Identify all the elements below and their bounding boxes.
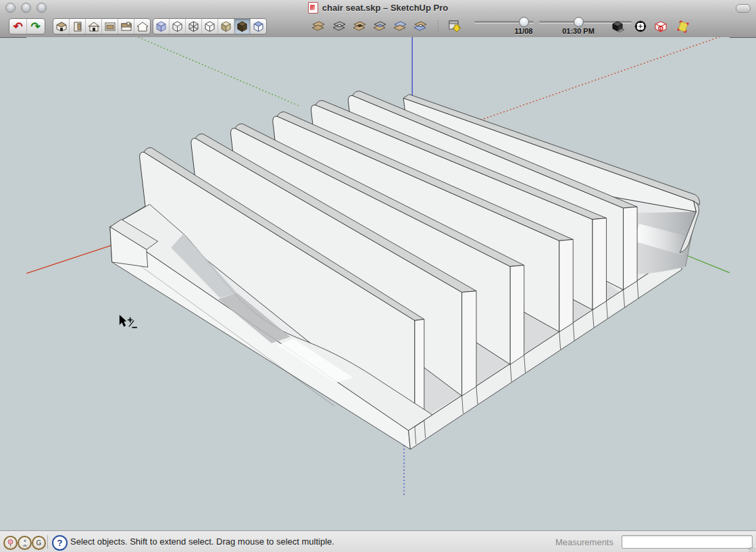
measurements-label: Measurements (555, 537, 613, 547)
face-style-group (153, 18, 267, 34)
house-outline-icon (136, 22, 149, 32)
shadow-settings-icon (447, 20, 462, 33)
door-panel-icon (72, 22, 84, 32)
window-title: chair seat.skp – SketchUp Pro (322, 3, 448, 13)
date-slider-label: 11/08 (497, 27, 551, 35)
redo-button[interactable]: ↷ (27, 19, 44, 34)
wireframe-cube-icon (188, 21, 199, 32)
time-slider-label: 01:30 PM (551, 27, 605, 35)
toolbar-separator (438, 20, 438, 32)
union-icon (352, 20, 367, 32)
face-style-shaded-button[interactable] (218, 19, 234, 34)
toggle-shadows-button[interactable] (611, 20, 626, 33)
title-bar[interactable]: chair seat.skp – SketchUp Pro (0, 0, 756, 16)
xray-cube-icon (155, 21, 167, 32)
section-plane-button[interactable] (675, 20, 690, 33)
hidden-line-cube-icon (204, 21, 216, 32)
view-front-button[interactable] (86, 19, 102, 34)
shadow-settings-button[interactable] (447, 20, 462, 33)
subtract-icon (372, 20, 387, 32)
display-section-cuts-button[interactable] (654, 20, 669, 33)
intersect-button[interactable] (332, 20, 347, 33)
date-slider-knob[interactable] (519, 17, 529, 27)
person-icon (22, 539, 28, 547)
geolocation-button[interactable] (3, 536, 18, 550)
roof-plan-icon (120, 22, 132, 32)
undo-button[interactable]: ↶ (9, 19, 27, 34)
document-proxy-icon[interactable] (308, 2, 318, 14)
undo-icon: ↶ (13, 21, 22, 32)
intersect-icon (332, 20, 347, 32)
section-cube-icon (655, 20, 668, 33)
plan-view-icon (104, 22, 116, 32)
textured-cube-icon (236, 21, 248, 32)
help-instructor-button[interactable]: ? (52, 535, 68, 551)
union-button[interactable] (352, 20, 367, 33)
face-style-textured-button[interactable] (234, 19, 251, 34)
back-edges-cube-icon (172, 21, 183, 32)
trim-button[interactable] (393, 20, 407, 33)
view-top-button[interactable] (70, 19, 86, 34)
redo-icon: ↷ (30, 21, 40, 32)
face-style-xray-button[interactable] (153, 19, 170, 34)
modeling-viewport[interactable] (0, 37, 756, 530)
resize-grip[interactable] (749, 547, 755, 552)
compass-arrows-icon (634, 20, 647, 33)
subtract-button[interactable] (372, 20, 387, 33)
position-camera-button[interactable] (633, 20, 648, 33)
history-group: ↶ ↷ (9, 18, 45, 34)
face-style-hidden-line-button[interactable] (202, 19, 218, 34)
shaded-cube-icon (220, 21, 232, 32)
view-back-button[interactable] (118, 19, 134, 34)
view-left-button[interactable] (134, 19, 150, 34)
face-style-back-edges-button[interactable] (170, 19, 186, 34)
view-iso-button[interactable] (53, 19, 70, 34)
zoom-button[interactable] (36, 3, 47, 13)
dark-cube-icon (611, 20, 625, 33)
house-front-icon (88, 22, 100, 32)
measurements-input[interactable] (622, 535, 753, 549)
status-bar: G ? Select objects. Shift to extend sele… (0, 530, 756, 552)
google-g-icon: G (36, 539, 42, 547)
view-right-button[interactable] (102, 19, 118, 34)
monochrome-cube-icon (253, 21, 264, 32)
iso-house-icon (55, 22, 68, 32)
statusbar-divider (47, 535, 48, 549)
balloon-pin-icon (7, 539, 14, 547)
status-hint-text: Select objects. Shift to extend select. … (70, 536, 334, 547)
outer-shell-button[interactable] (311, 20, 326, 33)
toolbar-toggle-button[interactable] (736, 4, 751, 13)
split-icon (413, 20, 428, 32)
sketchup-window: chair seat.skp – SketchUp Pro ↶ ↷ (0, 0, 756, 552)
trim-icon (393, 20, 407, 32)
face-style-monochrome-button[interactable] (251, 19, 266, 34)
views-group (53, 18, 151, 34)
credit-attribution-button[interactable] (18, 536, 32, 550)
google-signin-button[interactable]: G (32, 536, 46, 550)
shadow-date-slider[interactable]: 11/08 (474, 21, 534, 23)
toolbar: ↶ ↷ (0, 15, 756, 38)
face-style-wireframe-button[interactable] (186, 19, 202, 34)
section-plane-icon (675, 20, 690, 33)
split-button[interactable] (413, 20, 428, 33)
question-mark-icon: ? (57, 538, 63, 548)
time-slider-knob[interactable] (574, 17, 584, 27)
close-button[interactable] (5, 3, 16, 13)
outer-shell-icon (311, 20, 326, 32)
minimize-button[interactable] (21, 3, 31, 13)
viewport-canvas[interactable] (0, 37, 756, 530)
